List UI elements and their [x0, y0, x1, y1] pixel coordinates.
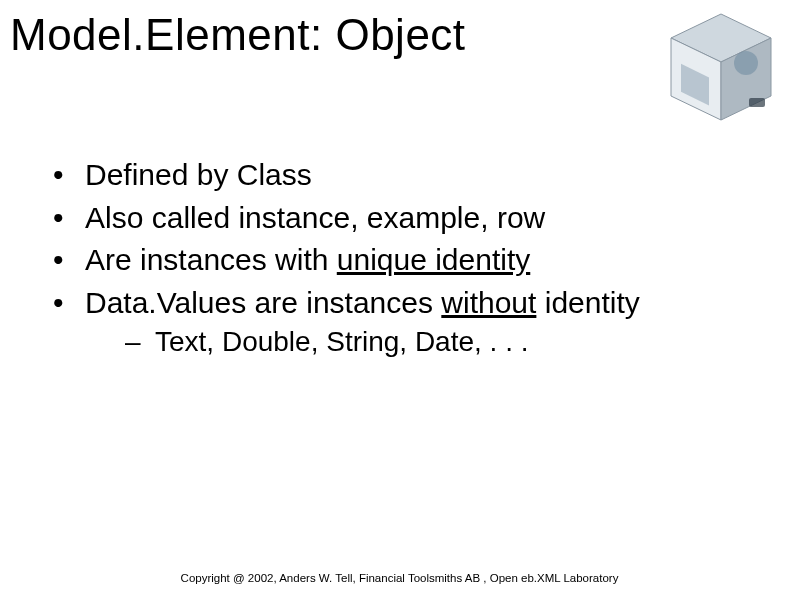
svg-rect-5 [749, 98, 765, 107]
bullet-item: Also called instance, example, row [45, 198, 769, 239]
underlined-text: without [441, 286, 536, 319]
sub-bullet-text: Text, Double, String, Date, . . . [155, 326, 529, 357]
sub-bullet-item: Text, Double, String, Date, . . . [85, 323, 769, 361]
bullet-text: identity [536, 286, 639, 319]
svg-point-3 [734, 51, 758, 75]
decorative-cube-image [661, 8, 781, 128]
bullet-item: Are instances with unique identity [45, 240, 769, 281]
underlined-text: unique identity [337, 243, 530, 276]
bullet-list: Defined by Class Also called instance, e… [45, 155, 769, 363]
bullet-item: Defined by Class [45, 155, 769, 196]
bullet-item: Data.Values are instances without identi… [45, 283, 769, 361]
bullet-text: Data.Values are instances [85, 286, 441, 319]
page-title: Model.Element: Object [10, 10, 466, 60]
bullet-text: Defined by Class [85, 158, 312, 191]
copyright-footer: Copyright @ 2002, Anders W. Tell, Financ… [0, 572, 799, 584]
slide: Model.Element: Object Defined by Class A… [0, 0, 799, 598]
bullet-text: Are instances with [85, 243, 337, 276]
bullet-text: Also called instance, example, row [85, 201, 545, 234]
